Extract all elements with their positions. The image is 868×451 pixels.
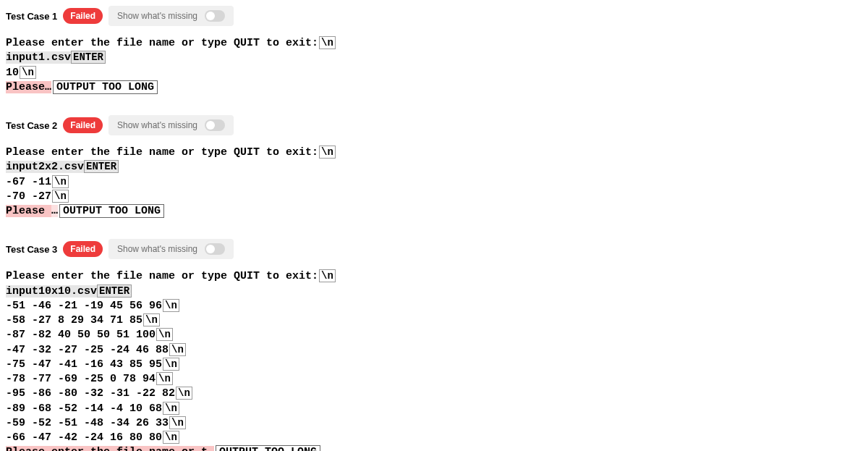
newline-token: \n	[319, 36, 336, 49]
console-line: -70-27\n	[6, 190, 862, 204]
newline-token: \n	[156, 372, 173, 385]
console-line: input1.csvENTER	[6, 51, 862, 65]
output-too-long-badge: OUTPUT TOO LONG	[216, 445, 320, 451]
console-output: Please enter the file name or type QUIT …	[6, 36, 862, 95]
console-line: input10x10.csvENTER	[6, 284, 862, 299]
console-line: Please enter the file name or type QUIT …	[6, 146, 862, 160]
table-row: -47-32-27-25-244688\n	[6, 343, 862, 358]
console-line: Please enter the file name or type QUIT …	[6, 36, 862, 51]
newline-token: \n	[169, 343, 186, 356]
table-row: -58-27829347185\n	[6, 313, 862, 328]
console-line: Please enter the file name or t…OUTPUT T…	[6, 445, 862, 451]
console-line: -67-11\n	[6, 175, 862, 190]
newline-token: \n	[169, 416, 186, 429]
failed-badge: Failed	[63, 8, 103, 24]
show-missing-button[interactable]: Show what's missing	[109, 6, 234, 26]
newline-token: \n	[143, 313, 160, 326]
newline-token: \n	[319, 146, 336, 159]
newline-token: \n	[52, 175, 69, 188]
test-header: Test Case 2 Failed Show what's missing	[6, 115, 862, 135]
newline-token: \n	[156, 328, 173, 341]
table-row: -59-52-51-48-342633\n	[6, 416, 862, 431]
console-line: Please enter the file name or type QUIT …	[6, 269, 862, 284]
newline-token: \n	[163, 431, 179, 444]
newline-token: \n	[163, 299, 179, 312]
table-row: -95-86-80-32-31-2282\n	[6, 387, 862, 401]
table-row: -78-77-69-2507894\n	[6, 372, 862, 387]
newline-token: \n	[163, 358, 179, 371]
test-title: Test Case 3	[6, 244, 57, 255]
test-title: Test Case 2	[6, 120, 57, 131]
enter-token: ENTER	[97, 284, 132, 298]
show-missing-label: Show what's missing	[117, 11, 197, 21]
table-row: -89-68-52-14-41068\n	[6, 402, 862, 416]
test-header: Test Case 1 Failed Show what's missing	[6, 6, 862, 26]
toggle-icon[interactable]	[205, 10, 225, 22]
test-case-2: Test Case 2 Failed Show what's missing P…	[6, 115, 862, 219]
failed-badge: Failed	[63, 117, 103, 133]
table-row: -66-47-42-24168080\n	[6, 431, 862, 445]
show-missing-button[interactable]: Show what's missing	[109, 239, 234, 259]
console-output: Please enter the file name or type QUIT …	[6, 146, 862, 219]
test-title: Test Case 1	[6, 11, 57, 22]
console-output: Please enter the file name or type QUIT …	[6, 269, 862, 451]
toggle-icon[interactable]	[205, 243, 225, 255]
test-header: Test Case 3 Failed Show what's missing	[6, 239, 862, 259]
console-line: Please…OUTPUT TOO LONG	[6, 80, 862, 95]
toggle-icon[interactable]	[205, 119, 225, 131]
test-case-1: Test Case 1 Failed Show what's missing P…	[6, 6, 862, 95]
console-line: input2x2.csvENTER	[6, 160, 862, 174]
failed-badge: Failed	[63, 241, 103, 257]
test-case-3: Test Case 3 Failed Show what's missing P…	[6, 239, 862, 451]
table-row: -75-47-41-16438595\n	[6, 358, 862, 372]
newline-token: \n	[52, 190, 69, 203]
output-too-long-badge: OUTPUT TOO LONG	[53, 80, 158, 94]
show-missing-label: Show what's missing	[117, 244, 197, 254]
output-too-long-badge: OUTPUT TOO LONG	[59, 204, 164, 218]
console-line: 10\n	[6, 66, 862, 80]
newline-token: \n	[20, 66, 36, 79]
show-missing-label: Show what's missing	[117, 120, 197, 130]
newline-token: \n	[163, 402, 179, 415]
table-row: -51-46-21-19455696\n	[6, 299, 862, 313]
table-row: -87-8240505051100\n	[6, 328, 862, 342]
enter-token: ENTER	[84, 160, 119, 173]
console-line: Please …OUTPUT TOO LONG	[6, 204, 862, 219]
newline-token: \n	[176, 387, 192, 400]
enter-token: ENTER	[71, 51, 106, 64]
show-missing-button[interactable]: Show what's missing	[109, 115, 234, 135]
newline-token: \n	[319, 269, 336, 282]
